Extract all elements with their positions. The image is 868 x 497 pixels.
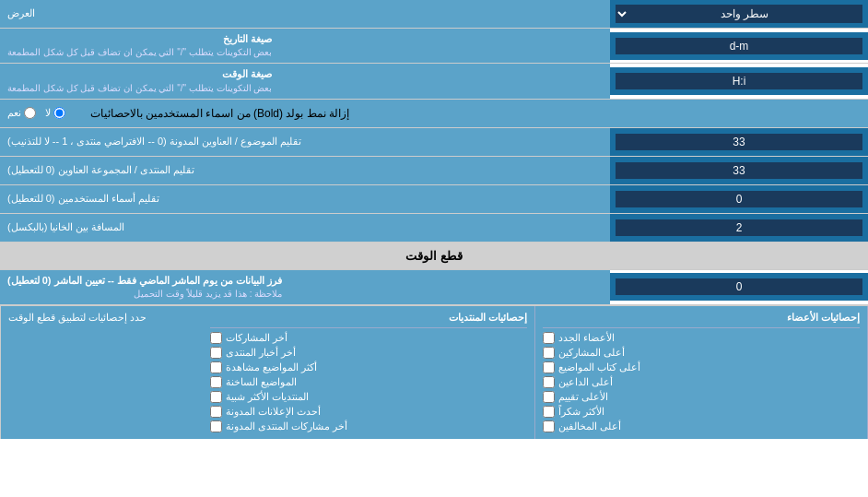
forum-stat-label-1: أخر أخبار المنتدى bbox=[226, 347, 296, 359]
time-format-label: صيغة الوقت بعض التكوينات يتطلب "/" التي … bbox=[0, 64, 610, 98]
snapshot-input-cell bbox=[610, 273, 868, 301]
user-sort-input[interactable] bbox=[616, 191, 862, 207]
forum-stat-label-6: أخر مشاركات المنتدى المدونة bbox=[226, 420, 347, 432]
member-stat-check-5[interactable] bbox=[543, 406, 555, 418]
subject-sort-input[interactable] bbox=[616, 134, 862, 150]
bold-no-radio[interactable] bbox=[53, 107, 65, 119]
header-input-cell: سطر واحد سطرين ثلاثة أسطر bbox=[610, 0, 868, 28]
date-format-row: صيغة التاريخ بعض التكوينات يتطلب "/" الت… bbox=[0, 29, 868, 64]
member-stat-check-2[interactable] bbox=[543, 361, 555, 373]
bold-remove-radio-cell: إزالة نمط بولد (Bold) من اسماء المستخدمي… bbox=[0, 100, 868, 127]
space-input[interactable] bbox=[616, 219, 862, 236]
forum-stats-header: إحصائيات المنتديات bbox=[210, 310, 527, 328]
forum-sort-input-cell bbox=[610, 157, 868, 184]
member-stat-check-0[interactable] bbox=[543, 332, 555, 344]
bottom-section: حدد إحصائيات لتطبيق قطع الوقت إحصائيات ا… bbox=[0, 305, 868, 439]
forum-stat-label-2: أكثر المواضيع مشاهدة bbox=[226, 361, 317, 373]
forum-stat-5: أحدث الإعلانات المدونة bbox=[210, 406, 527, 418]
member-stat-4: الأعلى تقييم bbox=[543, 391, 860, 403]
main-container: العرض سطر واحد سطرين ثلاثة أسطر صيغة الت… bbox=[0, 0, 868, 497]
forum-stat-check-6[interactable] bbox=[210, 420, 222, 432]
date-format-main: صيغة التاريخ bbox=[7, 32, 272, 46]
user-sort-label: تقليم أسماء المستخدمين (0 للتعطيل) bbox=[0, 185, 610, 213]
forum-stat-label-0: أخر المشاركات bbox=[226, 332, 287, 344]
bold-remove-label: إزالة نمط بولد (Bold) من اسماء المستخدمي… bbox=[90, 107, 349, 120]
user-sort-input-cell bbox=[610, 185, 868, 213]
member-stat-check-3[interactable] bbox=[543, 376, 555, 388]
display-title: العرض bbox=[7, 6, 35, 20]
display-label: العرض bbox=[0, 0, 610, 28]
member-stat-label-0: الأعضاء الجدد bbox=[558, 332, 615, 344]
forum-stat-check-2[interactable] bbox=[210, 361, 222, 373]
member-stat-1: أعلى المشاركين bbox=[543, 347, 860, 359]
member-stat-label-5: الأكثر شكراً bbox=[558, 406, 604, 418]
user-sort-row: تقليم أسماء المستخدمين (0 للتعطيل) bbox=[0, 185, 868, 214]
bottom-section-label: حدد إحصائيات لتطبيق قطع الوقت bbox=[0, 306, 203, 439]
member-stat-check-6[interactable] bbox=[543, 420, 555, 432]
space-input-cell bbox=[610, 214, 868, 242]
forum-stat-3: المواضيع الساخنة bbox=[210, 376, 527, 388]
forum-stat-check-3[interactable] bbox=[210, 376, 222, 388]
time-format-row: صيغة الوقت بعض التكوينات يتطلب "/" التي … bbox=[0, 64, 868, 99]
bold-yes-label: نعم bbox=[7, 107, 36, 119]
forum-stat-0: أخر المشاركات bbox=[210, 332, 527, 344]
forum-stat-check-1[interactable] bbox=[210, 347, 222, 359]
forum-stat-check-0[interactable] bbox=[210, 332, 222, 344]
member-stat-6: أعلى المخالفين bbox=[543, 420, 860, 432]
snapshot-input[interactable] bbox=[616, 278, 862, 295]
member-stat-label-4: الأعلى تقييم bbox=[558, 391, 608, 403]
space-row: المسافة بين الخانيا (بالبكسل) bbox=[0, 214, 868, 243]
bold-yes-radio[interactable] bbox=[24, 107, 36, 119]
subject-sort-label: تقليم الموضوع / العناوين المدونة (0 -- ا… bbox=[0, 128, 610, 156]
date-format-sub: بعض التكوينات يتطلب "/" التي يمكن ان تضا… bbox=[7, 46, 272, 59]
time-format-input[interactable] bbox=[616, 73, 862, 89]
forum-stat-2: أكثر المواضيع مشاهدة bbox=[210, 361, 527, 373]
date-format-label: صيغة التاريخ بعض التكوينات يتطلب "/" الت… bbox=[0, 29, 610, 63]
subject-sort-input-cell bbox=[610, 128, 868, 156]
forum-stat-1: أخر أخبار المنتدى bbox=[210, 347, 527, 359]
member-stat-2: أعلى كتاب المواضيع bbox=[543, 361, 860, 373]
member-stat-label-6: أعلى المخالفين bbox=[558, 420, 621, 432]
time-format-input-cell bbox=[610, 67, 868, 95]
member-stats-header: إحصائيات الأعضاء bbox=[543, 310, 860, 328]
snapshot-section-header: قطع الوقت bbox=[0, 243, 868, 270]
forum-stat-check-4[interactable] bbox=[210, 391, 222, 403]
forum-stat-6: أخر مشاركات المنتدى المدونة bbox=[210, 420, 527, 432]
member-stat-label-2: أعلى كتاب المواضيع bbox=[558, 361, 640, 373]
forum-sort-input[interactable] bbox=[616, 162, 862, 179]
space-label: المسافة بين الخانيا (بالبكسل) bbox=[0, 214, 610, 242]
date-format-input-cell bbox=[610, 32, 868, 60]
bold-no-label: لا bbox=[45, 107, 65, 119]
member-stat-3: أعلى الداعين bbox=[543, 376, 860, 388]
member-stat-0: الأعضاء الجدد bbox=[543, 332, 860, 344]
member-stat-label-3: أعلى الداعين bbox=[558, 376, 613, 388]
snapshot-main: فرز البيانات من يوم الماشر الماضي فقط --… bbox=[7, 274, 282, 288]
snapshot-label: فرز البيانات من يوم الماشر الماضي فقط --… bbox=[0, 270, 610, 304]
member-stat-check-1[interactable] bbox=[543, 347, 555, 359]
bottom-cols: إحصائيات المنتديات أخر المشاركات أخر أخب… bbox=[203, 306, 868, 439]
lines-select[interactable]: سطر واحد سطرين ثلاثة أسطر bbox=[616, 5, 862, 23]
bold-no-text: لا bbox=[45, 107, 51, 119]
forum-stat-4: المنتديات الأكثر شبية bbox=[210, 391, 527, 403]
forum-sort-row: تقليم المنتدى / المجموعة العناوين (0 للت… bbox=[0, 157, 868, 185]
date-format-input[interactable] bbox=[616, 38, 862, 54]
snapshot-title: قطع الوقت bbox=[405, 249, 463, 263]
snapshot-sub: ملاحظة : هذا قد يزيد قليلاً وقت التحميل bbox=[7, 288, 282, 301]
time-format-sub: بعض التكوينات يتطلب "/" التي يمكن ان تضا… bbox=[7, 82, 272, 95]
time-format-main: صيغة الوقت bbox=[7, 67, 272, 81]
forum-stat-check-5[interactable] bbox=[210, 406, 222, 418]
bold-yes-text: نعم bbox=[7, 107, 21, 119]
member-stats-col: إحصائيات الأعضاء الأعضاء الجدد أعلى المش… bbox=[535, 306, 868, 439]
member-stat-check-4[interactable] bbox=[543, 391, 555, 403]
snapshot-row: فرز البيانات من يوم الماشر الماضي فقط --… bbox=[0, 270, 868, 305]
forum-stat-label-5: أحدث الإعلانات المدونة bbox=[226, 406, 321, 418]
forum-sort-label: تقليم المنتدى / المجموعة العناوين (0 للت… bbox=[0, 157, 610, 184]
forum-stat-label-4: المنتديات الأكثر شبية bbox=[226, 391, 309, 403]
member-stat-label-1: أعلى المشاركين bbox=[558, 347, 625, 359]
forum-stat-label-3: المواضيع الساخنة bbox=[226, 376, 297, 388]
bold-remove-row: إزالة نمط بولد (Bold) من اسماء المستخدمي… bbox=[0, 100, 868, 128]
subject-sort-row: تقليم الموضوع / العناوين المدونة (0 -- ا… bbox=[0, 128, 868, 157]
header-row: العرض سطر واحد سطرين ثلاثة أسطر bbox=[0, 0, 868, 29]
member-stat-5: الأكثر شكراً bbox=[543, 406, 860, 418]
forum-stats-col: إحصائيات المنتديات أخر المشاركات أخر أخب… bbox=[203, 306, 535, 439]
